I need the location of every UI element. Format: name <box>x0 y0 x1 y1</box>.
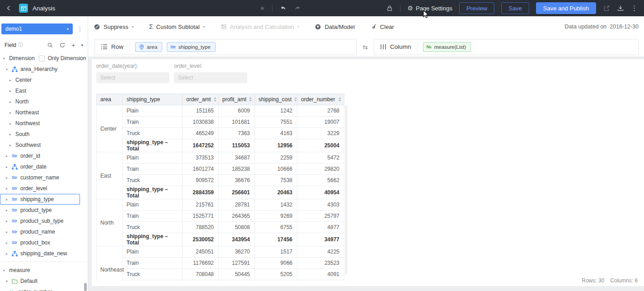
field-item-shipping_date_new[interactable]: ▸ shipping_date_new <box>0 248 88 259</box>
sort-icon[interactable] <box>291 97 297 102</box>
table-row: CenterPlain151165600912422768 <box>97 105 344 117</box>
value-cell: 4877 <box>297 222 344 233</box>
sort-icon[interactable] <box>336 97 341 102</box>
field-item-order_id[interactable]: ▸ Str order_id <box>0 150 88 161</box>
caret-right-icon: ▸ <box>6 197 12 202</box>
collapse-icon[interactable]: ▾ <box>81 43 83 47</box>
value-cell: 5472 <box>297 152 344 164</box>
value-cell: 1030838 <box>183 117 219 128</box>
sidebar-scrollbar[interactable] <box>84 283 87 291</box>
subtotal-row: shipping_type – Total2884359256601204634… <box>97 186 344 199</box>
value-cell: 2259 <box>255 152 297 164</box>
preview-button[interactable]: Preview <box>459 2 494 14</box>
string-type-icon: Str <box>12 197 20 202</box>
chevron-down-icon: ▾ <box>67 27 69 31</box>
measure-node[interactable]: ▾ measure <box>0 265 88 276</box>
row-pill-shipping_type[interactable]: Str shipping_type <box>167 42 216 52</box>
value-cell: 4163 <box>255 128 297 139</box>
swap-axes-icon[interactable]: ⇆ <box>357 43 374 51</box>
add-icon[interactable]: + <box>71 42 75 48</box>
dimension-node[interactable]: ▾ Dimension Only Dimension <box>0 53 88 64</box>
caret-right-icon: ▸ <box>6 154 12 158</box>
column-pill-measure[interactable]: № measure(List) <box>423 42 471 52</box>
region-item-north[interactable]: ▸ North <box>0 96 88 107</box>
hierarchy-icon <box>12 66 20 72</box>
row-icon <box>101 44 107 49</box>
region-item-south[interactable]: ▸ South <box>0 129 88 140</box>
order-date-year-select[interactable]: Select <box>96 72 169 83</box>
field-item-product_name[interactable]: ▸ Str product_name <box>0 226 88 237</box>
value-cell: 36270 <box>219 246 255 258</box>
column-icon <box>381 44 386 49</box>
caret-right-icon: ▸ <box>6 187 12 191</box>
value-cell: 245051 <box>183 246 219 258</box>
search-icon[interactable] <box>47 42 53 48</box>
column-header-profit_amt[interactable]: profit_amt <box>219 94 255 105</box>
sort-icon[interactable] <box>211 97 216 102</box>
column-header-order_number[interactable]: order_number <box>297 94 344 105</box>
redo-icon[interactable] <box>294 5 301 12</box>
favorite-star-icon[interactable]: ★ <box>259 5 265 12</box>
clear-button[interactable]: Clear <box>370 23 394 30</box>
page-settings-button[interactable]: ⚙ Page Settings <box>407 5 452 12</box>
table-body: CenterPlain151165600912422768Train103083… <box>97 105 344 282</box>
caret-right-icon: ▸ <box>6 219 12 223</box>
table-row: Train1030838101681755119007 <box>97 117 344 128</box>
measure-folder-node[interactable]: ▾ Default <box>0 276 88 286</box>
caret-right-icon: ▸ <box>9 143 15 147</box>
value-cell: 373513 <box>183 152 219 164</box>
subtotal-value-cell: 2884359 <box>183 186 219 199</box>
value-cell: 4303 <box>297 199 344 211</box>
string-type-icon: Str <box>12 240 20 245</box>
caret-right-icon: ▸ <box>9 122 15 126</box>
dataset-menu-icon[interactable]: ⋮ <box>77 25 83 33</box>
caret-right-icon: ▸ <box>9 78 15 82</box>
value-cell: 1601274 <box>183 164 219 175</box>
save-button[interactable]: Save <box>501 2 529 14</box>
field-item-product_sub_type[interactable]: ▸ Str product_sub_type <box>0 216 88 226</box>
table-scrollbar[interactable] <box>345 105 347 275</box>
suppress-button[interactable]: Suppress ▾ <box>94 23 134 30</box>
area-cell: Center <box>97 105 123 152</box>
string-type-icon: Str <box>12 154 20 158</box>
undo-icon[interactable] <box>279 5 287 12</box>
caret-down-icon: ▾ <box>6 67 12 71</box>
region-item-northeast[interactable]: ▸ Northeast <box>0 107 88 118</box>
shipping-type-cell: Truck <box>123 222 183 233</box>
refresh-icon[interactable] <box>59 42 66 48</box>
value-cell: 50808 <box>219 222 255 233</box>
hierarchy-node[interactable]: ▾ area_Hierarchy <box>0 64 88 75</box>
column-header-order_amt[interactable]: order_amt <box>183 94 219 105</box>
field-item-customer_name[interactable]: ▸ Str customer_name <box>0 172 88 183</box>
subtotal-value-cell: 1647252 <box>183 139 219 152</box>
value-cell: 50445 <box>219 269 255 280</box>
region-item-southwest[interactable]: ▸ Southwest <box>0 140 88 150</box>
region-item-center[interactable]: ▸ Center <box>0 75 88 85</box>
field-item-product_box[interactable]: ▸ Str product_box <box>0 237 88 248</box>
back-icon[interactable] <box>5 5 13 12</box>
field-item-shipping_type[interactable]: ▸ Str shipping_type <box>0 194 80 205</box>
dataset-selector[interactable]: demo1 ▾ <box>1 23 73 34</box>
column-header-shipping_cost[interactable]: shipping_cost <box>255 94 297 105</box>
value-cell: 708048 <box>183 269 219 280</box>
row-pill-area[interactable]: area <box>135 42 162 52</box>
region-item-east[interactable]: ▸ East <box>0 85 88 96</box>
data-model-button[interactable]: Data/Model <box>315 23 354 30</box>
custom-subtotal-button[interactable]: Σ Custom Subtotal ▾ <box>149 23 205 30</box>
table-row: Train1176692127591906623523 <box>97 258 344 269</box>
download-icon[interactable] <box>617 5 624 12</box>
only-dimension-checkbox[interactable] <box>39 56 45 61</box>
more-menu-icon[interactable]: ⋮ <box>631 4 638 12</box>
field-item-product_type[interactable]: ▸ Str product_type <box>0 205 88 216</box>
status-bar: Rows: 30 Columns: 6 <box>582 277 638 284</box>
lock-icon[interactable] <box>386 5 393 12</box>
sort-icon[interactable] <box>246 97 252 102</box>
shipping-type-cell: Plain <box>123 152 183 164</box>
measure-field-order_number[interactable]: № order_number <box>0 286 88 291</box>
order-level-select[interactable]: Select <box>174 72 247 83</box>
region-item-northwest[interactable]: ▸ Northwest <box>0 118 88 129</box>
export-icon[interactable] <box>603 5 610 12</box>
save-and-publish-button[interactable]: Save and Publish <box>536 2 596 14</box>
field-item-order_level[interactable]: ▸ Str order_level <box>0 183 88 194</box>
field-item-order_date[interactable]: ▸ order_date <box>0 161 88 172</box>
